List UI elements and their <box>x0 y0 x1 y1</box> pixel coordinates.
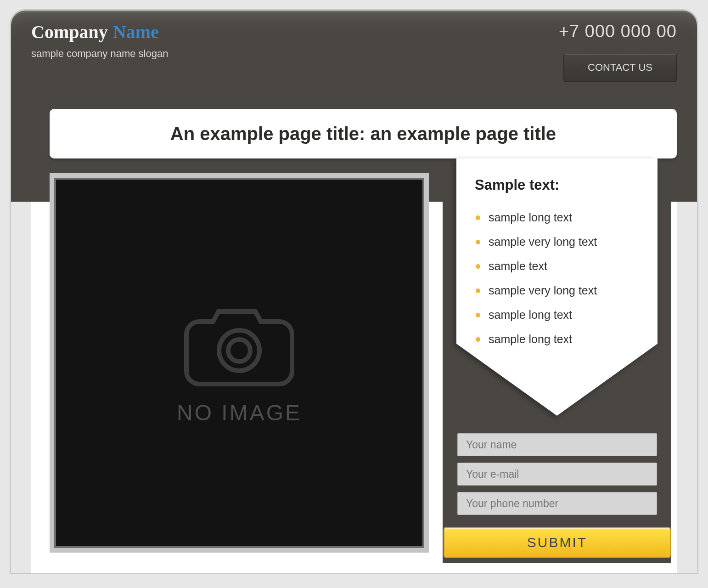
svg-point-0 <box>219 330 259 371</box>
image-holder: NO IMAGE <box>50 173 429 553</box>
contact-form <box>457 433 657 515</box>
page-title: An example page title: an example page t… <box>170 124 556 144</box>
phone-number: +7 000 000 00 <box>559 23 677 40</box>
company-slogan: sample company name slogan <box>31 48 168 60</box>
sidebar-ribbon: Sample text: sample long text sample ver… <box>456 158 657 416</box>
header-right: +7 000 000 00 CONTACT US <box>559 23 677 93</box>
list-item: sample long text <box>475 303 645 327</box>
page-frame: Company Name sample company name slogan … <box>10 9 698 574</box>
image-placeholder: NO IMAGE <box>54 178 424 548</box>
image-caption: NO IMAGE <box>177 400 302 425</box>
list-item: sample very long text <box>475 278 645 303</box>
list-item: sample very long text <box>475 230 645 254</box>
name-field[interactable] <box>457 433 657 456</box>
contact-us-button[interactable]: CONTACT US <box>563 54 677 81</box>
svg-point-1 <box>228 339 250 362</box>
list-item: sample long text <box>475 327 645 351</box>
sidebar-list: sample long text sample very long text s… <box>475 205 645 351</box>
header: Company Name sample company name slogan … <box>11 11 697 93</box>
company-name-part-2: Name <box>113 22 159 42</box>
submit-button[interactable]: SUBMIT <box>444 527 671 558</box>
page-title-bar: An example page title: an example page t… <box>50 109 677 158</box>
company-name-part-1: Company <box>31 22 108 42</box>
camera-icon <box>182 301 297 388</box>
email-field[interactable] <box>457 463 657 486</box>
list-item: sample long text <box>475 205 645 230</box>
header-left: Company Name sample company name slogan <box>31 23 168 93</box>
phone-field[interactable] <box>457 492 657 515</box>
sidebar-heading: Sample text: <box>475 177 645 193</box>
list-item: sample text <box>475 254 645 278</box>
company-logo: Company Name <box>31 23 168 41</box>
